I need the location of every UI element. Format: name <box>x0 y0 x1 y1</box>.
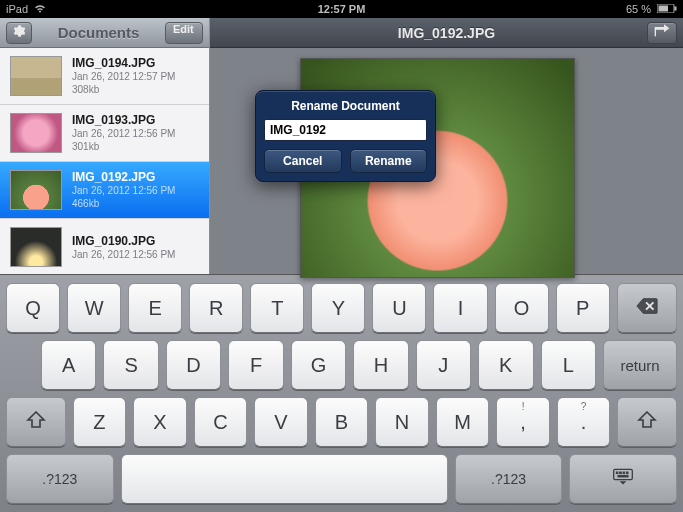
key-j[interactable]: J <box>416 340 471 390</box>
svg-rect-8 <box>618 475 628 477</box>
key-comma[interactable]: !, <box>496 397 550 447</box>
shift-icon <box>25 411 47 434</box>
svg-rect-6 <box>623 471 625 473</box>
key-u[interactable]: U <box>372 283 426 333</box>
document-item[interactable]: IMG_0194.JPG Jan 26, 2012 12:57 PM 308kb <box>0 48 209 105</box>
share-button[interactable] <box>647 22 677 44</box>
document-thumbnail <box>10 56 62 96</box>
key-i[interactable]: I <box>433 283 487 333</box>
key-f[interactable]: F <box>228 340 283 390</box>
key-shift[interactable] <box>6 397 66 447</box>
sidebar-header: Documents Edit <box>0 18 209 48</box>
key-o[interactable]: O <box>495 283 549 333</box>
dialog-title: Rename Document <box>264 99 427 113</box>
battery-icon <box>657 3 677 15</box>
key-t[interactable]: T <box>250 283 304 333</box>
rename-dialog: Rename Document Cancel Rename <box>255 90 436 182</box>
rename-button[interactable]: Rename <box>350 149 428 173</box>
key-n[interactable]: N <box>375 397 429 447</box>
svg-rect-2 <box>675 7 677 11</box>
key-symbols[interactable]: .?123 <box>6 454 114 504</box>
document-name: IMG_0190.JPG <box>72 234 199 248</box>
svg-rect-3 <box>614 469 633 479</box>
gear-icon <box>12 24 26 41</box>
key-g[interactable]: G <box>291 340 346 390</box>
key-s[interactable]: S <box>103 340 158 390</box>
key-v[interactable]: V <box>254 397 308 447</box>
key-l[interactable]: L <box>541 340 596 390</box>
document-thumbnail <box>10 113 62 153</box>
key-m[interactable]: M <box>436 397 490 447</box>
viewer-header: IMG_0192.JPG <box>210 18 683 48</box>
svg-rect-5 <box>620 471 622 473</box>
document-thumbnail <box>10 227 62 267</box>
svg-rect-1 <box>659 6 669 12</box>
key-d[interactable]: D <box>166 340 221 390</box>
rename-input[interactable] <box>264 119 427 141</box>
carrier-label: iPad <box>6 3 28 15</box>
document-date: Jan 26, 2012 12:57 PM <box>72 70 199 83</box>
key-a[interactable]: A <box>41 340 96 390</box>
key-p[interactable]: P <box>556 283 610 333</box>
key-space[interactable] <box>121 454 448 504</box>
key-k[interactable]: K <box>478 340 533 390</box>
document-name: IMG_0192.JPG <box>72 170 199 184</box>
document-item[interactable]: IMG_0192.JPG Jan 26, 2012 12:56 PM 466kb <box>0 162 209 219</box>
key-return[interactable]: return <box>603 340 677 390</box>
key-shift[interactable] <box>617 397 677 447</box>
key-r[interactable]: R <box>189 283 243 333</box>
cancel-button[interactable]: Cancel <box>264 149 342 173</box>
document-item[interactable]: IMG_0193.JPG Jan 26, 2012 12:56 PM 301kb <box>0 105 209 162</box>
document-item[interactable]: IMG_0190.JPG Jan 26, 2012 12:56 PM <box>0 219 209 274</box>
key-hide-keyboard[interactable] <box>569 454 677 504</box>
key-z[interactable]: Z <box>73 397 127 447</box>
document-date: Jan 26, 2012 12:56 PM <box>72 127 199 140</box>
svg-rect-7 <box>627 471 629 473</box>
share-icon <box>654 24 670 42</box>
document-date: Jan 26, 2012 12:56 PM <box>72 248 199 261</box>
key-symbols[interactable]: .?123 <box>455 454 563 504</box>
svg-rect-4 <box>616 471 618 473</box>
key-h[interactable]: H <box>353 340 408 390</box>
battery-label: 65 % <box>626 3 651 15</box>
document-name: IMG_0194.JPG <box>72 56 199 70</box>
key-y[interactable]: Y <box>311 283 365 333</box>
document-size: 308kb <box>72 83 199 96</box>
document-size: 301kb <box>72 140 199 153</box>
key-q[interactable]: Q <box>6 283 60 333</box>
sidebar: Documents Edit IMG_0194.JPG Jan 26, 2012… <box>0 18 210 274</box>
onscreen-keyboard: Q W E R T Y U I O P A S D F G H J K L re… <box>0 274 683 512</box>
hide-keyboard-icon <box>612 468 634 491</box>
key-c[interactable]: C <box>194 397 248 447</box>
key-backspace[interactable] <box>617 283 677 333</box>
shift-icon <box>636 411 658 434</box>
settings-button[interactable] <box>6 22 32 44</box>
key-w[interactable]: W <box>67 283 121 333</box>
key-x[interactable]: X <box>133 397 187 447</box>
key-b[interactable]: B <box>315 397 369 447</box>
key-e[interactable]: E <box>128 283 182 333</box>
backspace-icon <box>636 297 658 320</box>
status-bar: iPad 12:57 PM 65 % <box>0 0 683 18</box>
wifi-icon <box>34 3 46 15</box>
document-list: IMG_0194.JPG Jan 26, 2012 12:57 PM 308kb… <box>0 48 209 274</box>
status-time: 12:57 PM <box>318 3 366 15</box>
document-size: 466kb <box>72 197 199 210</box>
document-date: Jan 26, 2012 12:56 PM <box>72 184 199 197</box>
key-period[interactable]: ?. <box>557 397 611 447</box>
document-name: IMG_0193.JPG <box>72 113 199 127</box>
sidebar-title: Documents <box>32 24 165 41</box>
edit-button[interactable]: Edit <box>165 22 203 44</box>
document-thumbnail <box>10 170 62 210</box>
viewer-title: IMG_0192.JPG <box>246 25 647 41</box>
